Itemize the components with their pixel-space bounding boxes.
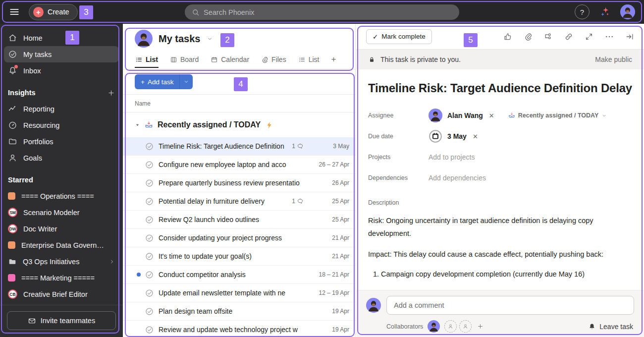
tab-calendar[interactable]: Calendar: [210, 54, 250, 68]
task-row[interactable]: It's time to update your goal(s)21 Apr: [123, 247, 355, 266]
description-numbered-list[interactable]: Campaign copy development completion (cu…: [371, 268, 632, 281]
task-row[interactable]: Plan design team offsite19 Apr: [123, 302, 355, 321]
remove-assignee-icon[interactable]: ✕: [488, 112, 495, 119]
add-to-projects-button[interactable]: Add to projects: [429, 153, 475, 161]
task-name[interactable]: Configure new employee laptop and acco: [159, 161, 306, 168]
tab-files[interactable]: Files: [261, 54, 287, 68]
mark-complete-button[interactable]: ✓ Mark complete: [366, 29, 432, 44]
starred-item[interactable]: Enterprise Data Governance: [0, 237, 123, 253]
task-detail-toolbar: ✓ Mark complete: [356, 24, 644, 50]
task-row[interactable]: Timeline Risk: Target Audience Definitio…: [123, 137, 355, 156]
task-name[interactable]: Plan design team offsite: [159, 307, 306, 315]
add-task-split-button[interactable]: + Add task: [135, 74, 193, 89]
collaborator-avatar[interactable]: [428, 320, 440, 333]
search-input[interactable]: Search Phoenix: [185, 4, 459, 20]
task-row[interactable]: Review and update web technology project…: [123, 321, 355, 337]
subtasks-icon[interactable]: [544, 32, 553, 41]
more-actions-icon[interactable]: [605, 32, 614, 41]
add-dependencies-button[interactable]: Add dependencies: [429, 174, 486, 182]
invite-teammates-button[interactable]: Invite teammates: [7, 311, 116, 330]
help-icon[interactable]: ?: [575, 4, 590, 19]
task-name[interactable]: Prepare quarterly business review presen…: [159, 179, 306, 187]
empty-collaborator-slot[interactable]: [444, 320, 457, 333]
complete-task-icon[interactable]: [145, 178, 154, 188]
complete-task-icon[interactable]: [145, 142, 154, 151]
task-row[interactable]: Review Q2 launch video outlines25 Apr: [123, 211, 355, 229]
complete-task-icon[interactable]: [145, 215, 154, 225]
add-insight-icon[interactable]: [107, 89, 115, 97]
complete-task-icon[interactable]: [145, 233, 154, 243]
make-public-button[interactable]: Make public: [595, 56, 632, 63]
starred-item[interactable]: ==== Marketing =====: [0, 270, 123, 286]
task-row[interactable]: Consider updating your project progress2…: [123, 229, 355, 247]
starred-item[interactable]: DWDoc Writer: [0, 221, 123, 237]
task-name[interactable]: Conduct competitor analysis: [159, 271, 306, 279]
complete-task-icon[interactable]: [145, 307, 154, 316]
task-name[interactable]: Update email newsletter template with ne: [159, 289, 306, 297]
sidebar-item-home[interactable]: Home: [0, 30, 123, 46]
leave-task-button[interactable]: Leave task: [588, 323, 634, 331]
copy-link-icon[interactable]: [564, 32, 573, 41]
task-name[interactable]: Consider updating your project progress: [159, 234, 306, 242]
section-header[interactable]: Recently assigned / TODAY: [123, 112, 355, 137]
starred-item[interactable]: CBCreative Brief Editor: [0, 286, 123, 302]
add-collaborator-icon[interactable]: [477, 323, 483, 330]
complete-task-icon[interactable]: [145, 270, 154, 280]
task-name[interactable]: Timeline Risk: Target Audience Definitio…: [159, 142, 290, 150]
complete-task-icon[interactable]: [145, 160, 154, 169]
search-icon: [192, 8, 200, 16]
sidebar-item-reporting[interactable]: Reporting: [0, 101, 123, 117]
add-task-dropdown-icon[interactable]: [180, 74, 193, 89]
task-list: Timeline Risk: Target Audience Definitio…: [123, 137, 355, 337]
assignee-section-tag[interactable]: Recently assigned / TODAY: [508, 112, 607, 119]
calendar-circle-icon[interactable]: [429, 129, 442, 143]
sidebar-item-resourcing[interactable]: Resourcing: [0, 117, 123, 133]
starred-item-label: ==== Marketing =====: [21, 274, 95, 282]
due-date-value[interactable]: 3 May: [447, 132, 467, 140]
description-text[interactable]: Risk: Ongoing uncertainty in target audi…: [368, 214, 632, 261]
collapse-caret-icon[interactable]: [135, 122, 140, 128]
title-chevron-down-icon[interactable]: [207, 36, 213, 42]
task-name[interactable]: Review Q2 launch video outlines: [159, 216, 306, 224]
complete-task-icon[interactable]: [145, 288, 154, 298]
tab-list[interactable]: List: [298, 54, 320, 68]
task-row[interactable]: Update email newsletter template with ne…: [123, 284, 355, 302]
task-row[interactable]: Configure new employee laptop and acco26…: [123, 156, 355, 174]
task-name[interactable]: It's time to update your goal(s): [159, 252, 306, 260]
tab-list[interactable]: List: [135, 54, 159, 68]
create-button[interactable]: + Create: [29, 4, 78, 20]
empty-collaborator-slot[interactable]: [459, 320, 472, 333]
expand-icon[interactable]: [585, 32, 593, 41]
paperclip-icon[interactable]: [524, 32, 533, 41]
complete-task-icon[interactable]: [145, 325, 154, 335]
task-name[interactable]: Potential delay in furniture delivery: [159, 197, 290, 205]
assignee-name[interactable]: Alan Wang: [447, 112, 483, 119]
complete-task-icon[interactable]: [145, 197, 154, 206]
hamburger-menu-icon[interactable]: [9, 6, 20, 17]
tab-board[interactable]: Board: [169, 54, 199, 68]
ai-sparkles-icon[interactable]: [599, 6, 610, 17]
sidebar-item-goals[interactable]: Goals: [0, 150, 123, 166]
close-panel-icon[interactable]: [625, 32, 634, 41]
task-title[interactable]: Timeline Risk: Target Audience Definitio…: [368, 81, 632, 95]
complete-task-icon[interactable]: [145, 252, 154, 261]
lightning-bolt-icon: [265, 121, 273, 129]
comment-input[interactable]: Add a comment: [386, 296, 634, 315]
sidebar-item-my-tasks[interactable]: My tasks: [4, 46, 119, 62]
task-row[interactable]: Prepare quarterly business review presen…: [123, 174, 355, 192]
user-avatar[interactable]: [620, 4, 635, 19]
starred-item[interactable]: Q3 Ops Initiatives: [0, 253, 123, 270]
task-row[interactable]: Potential delay in furniture delivery1 2…: [123, 192, 355, 211]
starred-item[interactable]: ==== Operations ====: [0, 188, 123, 204]
sidebar-item-portfolios[interactable]: Portfolios: [0, 133, 123, 150]
remove-due-date-icon[interactable]: ✕: [472, 133, 479, 140]
task-row[interactable]: Conduct competitor analysis18 – 21 Apr: [123, 266, 355, 284]
sidebar-item-inbox[interactable]: Inbox: [0, 62, 123, 79]
add-tab-button[interactable]: +: [330, 53, 336, 69]
thumbs-up-icon[interactable]: [503, 32, 512, 41]
list-icon: [135, 56, 143, 63]
chevron-right-icon[interactable]: [109, 259, 115, 265]
add-task-button[interactable]: + Add task: [135, 74, 180, 89]
task-name[interactable]: Review and update web technology project…: [159, 326, 306, 334]
starred-item[interactable]: SMScenario Modeler: [0, 204, 123, 221]
